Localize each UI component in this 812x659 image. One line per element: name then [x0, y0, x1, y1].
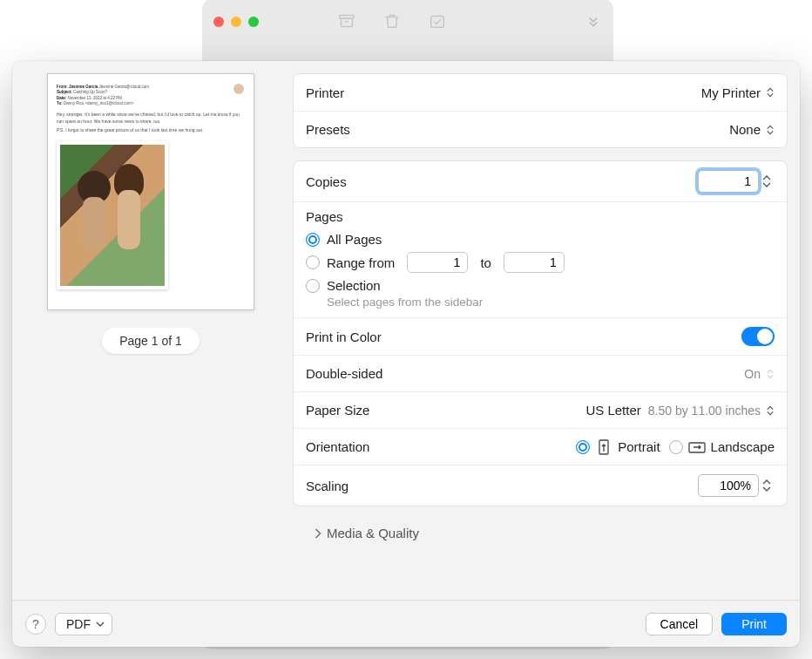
pages-row: Pages All Pages Range from to Se: [294, 201, 787, 317]
landscape-icon: [688, 439, 706, 455]
avatar-icon: [234, 85, 243, 93]
pages-selection-hint: Select pages from the sidebar: [327, 296, 775, 309]
svg-rect-3: [431, 16, 444, 27]
pdf-button[interactable]: PDF: [55, 613, 112, 635]
bg-toolbar: [337, 11, 447, 33]
color-toggle[interactable]: [741, 327, 775, 346]
pages-selection-label: Selection: [327, 278, 381, 293]
pages-all-label: All Pages: [327, 232, 382, 247]
help-button[interactable]: ?: [25, 614, 46, 635]
orientation-label: Orientation: [306, 439, 369, 454]
media-quality-disclosure[interactable]: Media & Quality: [293, 519, 788, 547]
close-window-icon[interactable]: [213, 17, 224, 27]
presets-value: None: [729, 122, 761, 137]
dialog-footer: ? PDF Cancel Print: [12, 600, 800, 647]
range-to-input[interactable]: [504, 252, 565, 273]
settings-pane: Printer My Printer Presets None: [277, 73, 800, 600]
orientation-portrait-option[interactable]: Portrait: [576, 439, 660, 455]
svg-rect-1: [342, 18, 353, 26]
cancel-button[interactable]: Cancel: [646, 613, 714, 635]
radio-icon[interactable]: [306, 279, 320, 293]
pages-selection-option[interactable]: Selection: [306, 275, 775, 296]
presets-row[interactable]: Presets None: [294, 111, 787, 147]
page-thumbnail[interactable]: From: Jasmine Garcia Jasmine.Garcia@iclo…: [47, 73, 254, 310]
copies-label: Copies: [306, 174, 347, 189]
thumb-photo: [57, 141, 168, 289]
scaling-row: Scaling: [294, 465, 787, 506]
stepper-arrows-icon[interactable]: [762, 479, 775, 493]
junk-icon: [428, 11, 447, 33]
page-indicator: Page 1 of 1: [102, 328, 200, 354]
traffic-lights: [213, 17, 259, 27]
radio-on-icon[interactable]: [576, 440, 590, 454]
scaling-label: Scaling: [306, 479, 348, 493]
popup-arrows-icon: [766, 368, 775, 380]
more-icon: [585, 12, 602, 32]
presets-label: Presets: [306, 122, 350, 137]
paper-size-row[interactable]: Paper Size US Letter 8.50 by 11.00 inche…: [294, 391, 787, 428]
chevron-down-icon: [96, 621, 105, 628]
radio-on-icon[interactable]: [306, 233, 320, 247]
pages-label: Pages: [306, 209, 775, 224]
trash-icon: [382, 11, 402, 33]
range-from-input[interactable]: [407, 252, 468, 273]
printer-row[interactable]: Printer My Printer: [294, 74, 787, 111]
orientation-landscape-option[interactable]: Landscape: [669, 439, 775, 455]
copies-input[interactable]: [698, 170, 759, 193]
paper-size-dims: 8.50 by 11.00 inches: [648, 404, 761, 418]
media-quality-label: Media & Quality: [327, 526, 419, 540]
popup-arrows-icon: [766, 86, 775, 99]
pages-range-option[interactable]: Range from to: [306, 249, 775, 275]
print-dialog: From: Jasmine Garcia Jasmine.Garcia@iclo…: [12, 61, 800, 647]
radio-icon[interactable]: [669, 440, 683, 454]
group-main: Copies Pages All Pages: [293, 160, 788, 506]
paper-size-label: Paper Size: [306, 403, 369, 418]
popup-arrows-icon: [766, 124, 775, 136]
pdf-label: PDF: [66, 617, 91, 631]
zoom-window-icon[interactable]: [248, 17, 259, 27]
printer-value: My Printer: [701, 85, 761, 100]
printer-label: Printer: [306, 85, 344, 100]
landscape-label: Landscape: [711, 439, 775, 454]
portrait-icon: [595, 439, 612, 455]
radio-icon[interactable]: [306, 255, 320, 269]
preview-pane: From: Jasmine Garcia Jasmine.Garcia@iclo…: [24, 73, 277, 600]
range-to-label: to: [480, 255, 491, 270]
popup-arrows-icon: [766, 404, 775, 417]
double-sided-label: Double-sided: [306, 366, 382, 381]
pages-all-option[interactable]: All Pages: [306, 229, 775, 249]
print-color-label: Print in Color: [306, 330, 382, 344]
scaling-input[interactable]: [698, 474, 759, 497]
print-button[interactable]: Print: [721, 613, 787, 635]
thumb-body: Hey, stranger. It's been a while since w…: [57, 112, 245, 134]
archive-icon: [337, 11, 356, 33]
double-sided-value: On: [744, 367, 761, 381]
print-color-row: Print in Color: [294, 317, 787, 355]
double-sided-row[interactable]: Double-sided On: [294, 355, 787, 391]
pages-range-label: Range from: [327, 255, 395, 270]
chevron-right-icon: [314, 528, 321, 539]
copies-stepper: [698, 170, 775, 193]
copies-row: Copies: [294, 161, 787, 201]
orientation-row: Orientation Portrait: [294, 428, 787, 465]
bg-titlebar: [203, 0, 612, 44]
stepper-arrows-icon[interactable]: [762, 174, 775, 188]
minimize-window-icon[interactable]: [231, 17, 241, 27]
portrait-label: Portrait: [618, 439, 660, 454]
group-printer: Printer My Printer Presets None: [293, 73, 788, 148]
paper-size-value: US Letter: [585, 403, 640, 418]
thumb-header: From: Jasmine Garcia Jasmine.Garcia@iclo…: [57, 85, 245, 106]
scaling-stepper: [698, 474, 775, 497]
